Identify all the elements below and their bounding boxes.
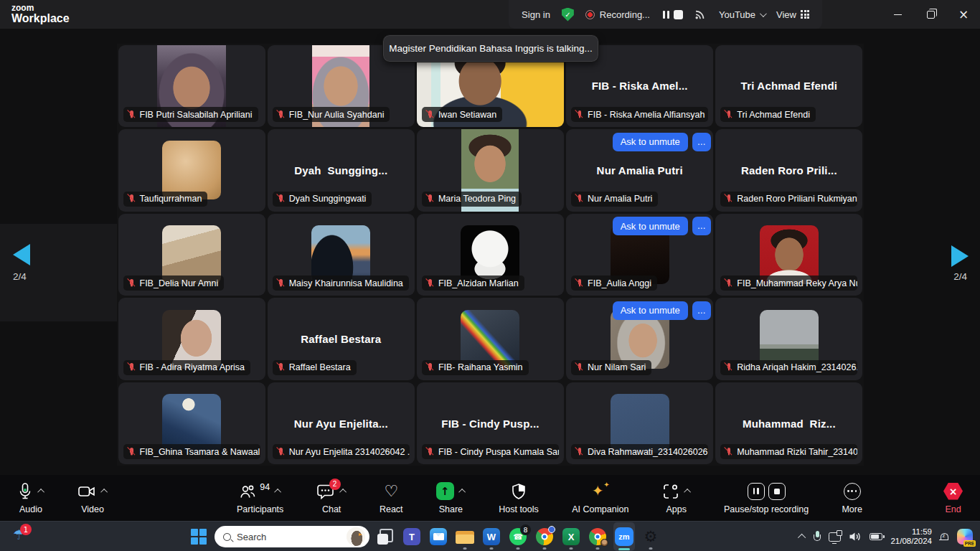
meeting-stage: FIB Putri Salsabilah Apriliani FIB_Nur A… [0,29,980,475]
start-button[interactable] [188,522,209,551]
zoom-app-button[interactable]: zm [613,522,635,551]
tile-ridha-ariqah[interactable]: Ridha Ariqah Hakim_2314026... [715,298,862,380]
clock[interactable]: 11:59 21/08/2024 [890,527,932,547]
teams-app-button[interactable]: T [401,522,423,551]
participants-button[interactable]: 94 Participants [237,481,283,514]
copilot-icon[interactable]: PRE [957,529,973,545]
chrome-button[interactable] [534,522,555,551]
chrome-profile-button[interactable] [587,522,608,551]
ask-to-unmute-button[interactable]: Ask to unmute [613,217,688,235]
tile-ghina-tsamara[interactable]: FIB_Ghina Tsamara & Nawaal ... [118,382,265,465]
pause-recording-icon[interactable] [661,9,671,20]
tile-diva-rahmawati[interactable]: Diva Rahmawati_2314026026 [566,382,713,465]
audio-options-chevron[interactable] [37,489,44,496]
tile-raihana-yasmin[interactable]: FIB- Raihana Yasmin [417,298,564,380]
whatsapp-button[interactable]: ☎ 8 [507,522,529,551]
tile-cindy-puspa[interactable]: FIB - Cindy Pusp... FIB - Cindy Puspa Ku… [417,382,564,465]
end-meeting-button[interactable]: × End [943,481,963,514]
meeting-toolbar: Audio Video 94 Participants [0,475,980,521]
view-menu[interactable]: View [776,9,809,20]
name-pill: FIB Putri Salsabilah Apriliani [123,107,258,122]
more-button[interactable]: More [842,481,862,514]
ai-companion-button[interactable]: ✦ ✦ AI Companion [572,481,628,514]
tile-dyah-sunggingwati[interactable]: Dyah Sungging... Dyah Sunggingwati [268,129,415,212]
word-app-button[interactable]: W [481,522,502,551]
participant-more-button[interactable]: … [692,217,711,235]
security-shield-icon[interactable]: ✓ [562,8,574,22]
sign-in-link[interactable]: Sign in [522,9,550,20]
stop-recording-toolbar-icon[interactable] [768,483,786,500]
tile-muhammad-reky[interactable]: FIB_Muhammad Reky Arya Nu... [715,214,862,296]
pause-stop-recording-button[interactable]: Pause/stop recording [724,481,809,514]
audio-button[interactable]: Audio [17,481,44,514]
tile-raffael-bestara[interactable]: Raffael Bestara Raffael Bestara [268,298,415,380]
video-options-chevron[interactable] [100,489,108,496]
participant-cell: Maria Teodora Ping [415,128,565,213]
tile-raden-roro[interactable]: Raden Roro Prili... Raden Roro Priliani … [715,129,862,212]
tray-microphone-icon[interactable] [814,531,821,542]
weather-umbrella-icon[interactable]: ☂ 1 [13,527,25,542]
name-pill: FIB_Aulia Anggi [571,276,657,291]
participant-cell: Raffael Bestara Raffael Bestara [266,297,415,382]
tile-delia-nur-amni[interactable]: FIB_Delia Nur Amni [118,214,265,296]
share-button[interactable]: ↑ Share [436,481,466,514]
next-page-arrow[interactable] [951,245,969,267]
participant-cell: Muhammad Riz... Muhammad Rizki Tahir_231… [715,381,864,466]
chat-options-chevron[interactable] [339,489,347,496]
ask-to-unmute-button[interactable]: Ask to unmute [613,133,688,151]
tray-chevron-up-icon[interactable] [798,534,806,542]
minimize-button[interactable] [881,0,914,29]
tile-muhammad-rizki[interactable]: Muhammad Riz... Muhammad Rizki Tahir_231… [715,382,862,465]
apps-options-chevron[interactable] [684,489,691,496]
chat-button[interactable]: 2 Chat [317,481,347,514]
task-view-icon [377,529,393,545]
previous-page-arrow[interactable] [13,244,30,265]
tray-speaker-icon[interactable] [849,532,862,542]
tile-taufiqurrahman[interactable]: Taufiqurrahman [118,129,265,212]
tile-adira-riyatma[interactable]: FIB - Adira Riyatma Aprisa [118,298,265,380]
tray-battery-icon[interactable] [870,533,882,540]
name-pill: FIB_Alzidan Marlian [422,276,524,291]
microphone-icon [17,482,33,501]
participant-cell: FIB - Cindy Pusp... FIB - Cindy Puspa Ku… [415,381,565,466]
tile-nur-ayu[interactable]: Nur Ayu Enjelita... Nur Ayu Enjelita 231… [268,382,415,465]
host-tools-button[interactable]: Host tools [499,481,539,514]
file-explorer-button[interactable] [454,522,476,551]
close-button[interactable]: × [947,0,980,29]
mic-muted-icon [724,110,733,120]
mic-muted-icon [575,110,584,120]
excel-app-button[interactable]: X [560,522,582,551]
participant-name: Ridha Ariqah Hakim_2314026... [737,362,857,372]
youtube-stream-menu[interactable]: YouTube [719,9,765,20]
task-view-button[interactable] [374,522,396,551]
apps-button[interactable]: Apps [662,481,691,514]
participant-more-button[interactable]: … [692,133,711,151]
tile-putri-salsabilah[interactable]: FIB Putri Salsabilah Apriliani [118,45,265,128]
tray-time: 11:59 [890,527,932,537]
mail-app-button[interactable] [428,522,449,551]
name-pill: Maisy Khairunnisa Maulidina [273,276,409,291]
taskbar-search-input[interactable]: Search [215,526,369,547]
participant-cell: Ridha Ariqah Hakim_2314026... [715,297,864,382]
tile-maria-teodora[interactable]: Maria Teodora Ping [417,129,564,212]
tray-network-icon[interactable] [829,532,841,542]
restore-button[interactable] [914,0,947,29]
react-button[interactable]: ♡ React [380,481,403,514]
name-pill: FIB - Riska Amelia Alfiansyah [571,107,708,122]
participants-options-chevron[interactable] [274,489,281,496]
video-button[interactable]: Video [77,481,108,514]
name-pill: Tri Achmad Efendi [720,107,816,122]
settings-button[interactable]: ⚙ [640,522,661,551]
tile-tri-achmad[interactable]: Tri Achmad Efendi Tri Achmad Efendi [715,45,862,128]
stop-recording-icon[interactable] [674,10,683,19]
pause-recording-toolbar-icon[interactable] [748,483,765,500]
share-options-chevron[interactable] [458,489,466,496]
participant-more-button[interactable]: … [692,301,711,320]
notification-bell-icon[interactable]: z [940,532,949,542]
name-pill: Nur Ayu Enjelita 2314026042 ... [273,444,410,459]
unmute-controls: Ask to unmute … [613,301,711,320]
tile-alzidan-marlian[interactable]: FIB_Alzidan Marlian [417,214,564,296]
mic-muted-icon [724,447,733,457]
ask-to-unmute-button[interactable]: Ask to unmute [613,301,688,320]
tile-maisy-khairunnisa[interactable]: Maisy Khairunnisa Maulidina [268,214,415,296]
